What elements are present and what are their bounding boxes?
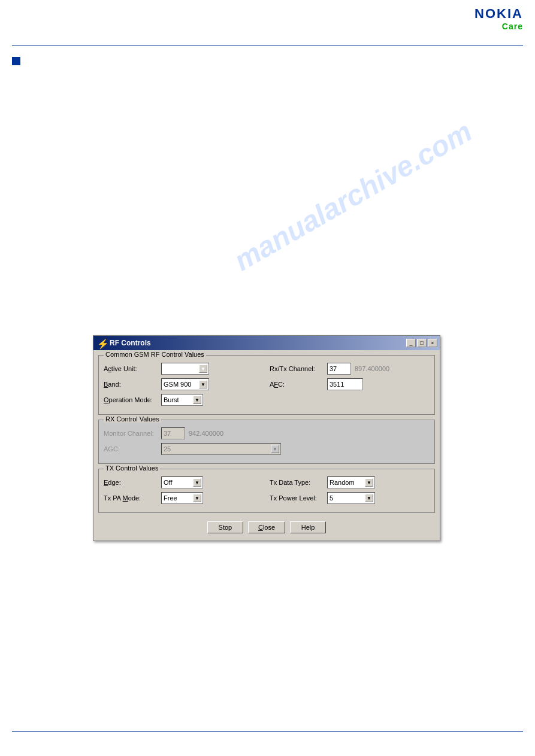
dialog-app-icon: ⚡ (97, 338, 107, 348)
tx-power-level-label: Tx Power Level: (270, 494, 324, 502)
button-row: Stop CCloselose Help (98, 518, 435, 536)
common-gsm-label: Common GSM RF Control Values (104, 351, 206, 358)
common-gsm-two-col: Active Unit: Tx ▼ Band: (104, 363, 430, 409)
tx-pa-mode-label: Tx PA Mode: (104, 494, 158, 502)
edge-arrow[interactable]: ▼ (193, 478, 201, 487)
tx-control-group: TX Control Values Edge: Off ▼ (98, 469, 435, 513)
dialog-title-buttons: _ □ × (406, 339, 437, 347)
common-gsm-group: Common GSM RF Control Values Active Unit… (98, 355, 435, 415)
footer-divider (12, 731, 523, 732)
active-unit-arrow[interactable]: ▼ (199, 365, 207, 373)
rxtx-channel-label: Rx/Tx Channel: (270, 365, 324, 372)
tx-left-col: Edge: Off ▼ Tx PA Mode: (104, 476, 264, 508)
tx-power-level-row: Tx Power Level: 5 ▼ (270, 492, 430, 504)
header: NOKIA Care (0, 0, 535, 48)
maximize-button[interactable]: □ (417, 339, 427, 347)
agc-arrow: ▼ (271, 445, 279, 453)
rf-controls-dialog: ⚡ RF Controls _ □ × Common GSM RF Contro… (93, 335, 440, 541)
band-dropdown[interactable]: GSM 900 ▼ (161, 378, 209, 390)
dialog-title-text: RF Controls (110, 339, 151, 347)
band-label: Band: (104, 381, 158, 388)
nokia-logo: NOKIA Care (474, 6, 523, 31)
tx-right-col: Tx Data Type: Random ▼ Tx Power Level: 5 (270, 476, 430, 508)
afc-label: AFC: (270, 381, 324, 388)
tx-control-content: Edge: Off ▼ Tx PA Mode: (104, 476, 430, 508)
tx-pa-mode-arrow[interactable]: ▼ (193, 494, 201, 502)
dialog-titlebar: ⚡ RF Controls _ □ × (93, 336, 440, 350)
agc-label: AGC: (104, 445, 158, 453)
tx-control-label: TX Control Values (104, 464, 160, 472)
tx-data-type-label: Tx Data Type: (270, 479, 324, 486)
close-dialog-button[interactable]: CCloselose (248, 521, 285, 533)
common-right-col: Rx/Tx Channel: 897.400000 AFC: (270, 363, 430, 409)
stop-button[interactable]: Stop (207, 521, 243, 533)
minimize-button[interactable]: _ (406, 339, 416, 347)
watermark: manualarchive.com (228, 115, 477, 278)
dialog-title-left: ⚡ RF Controls (97, 338, 151, 348)
common-left-col: Active Unit: Tx ▼ Band: (104, 363, 264, 409)
afc-row: AFC: (270, 378, 430, 390)
nokia-brand-text: NOKIA (474, 6, 523, 22)
agc-dropdown: 25 ▼ (161, 443, 281, 455)
help-button[interactable]: Help (290, 521, 326, 533)
monitor-channel-label: Monitor Channel: (104, 430, 158, 437)
band-arrow[interactable]: ▼ (199, 380, 207, 388)
edge-dropdown[interactable]: Off ▼ (161, 476, 203, 488)
tx-pa-mode-row: Tx PA Mode: Free ▼ (104, 492, 264, 504)
tx-data-type-dropdown[interactable]: Random ▼ (327, 476, 375, 488)
afc-input[interactable] (327, 378, 363, 390)
edge-row: Edge: Off ▼ (104, 476, 264, 488)
operation-mode-row: Operation Mode: Burst ▼ (104, 394, 264, 406)
active-unit-label: Active Unit: (104, 365, 158, 372)
common-gsm-content: Active Unit: Tx ▼ Band: (104, 363, 430, 409)
tx-data-type-arrow[interactable]: ▼ (365, 478, 373, 487)
operation-mode-label: Operation Mode: (104, 396, 158, 403)
section-marker (12, 57, 20, 65)
monitor-channel-input (161, 427, 185, 439)
operation-mode-dropdown[interactable]: Burst ▼ (161, 394, 203, 406)
monitor-channel-row: Monitor Channel: 942.400000 (104, 427, 430, 439)
tx-power-level-dropdown[interactable]: 5 ▼ (327, 492, 375, 504)
rxtx-channel-row: Rx/Tx Channel: 897.400000 (270, 363, 430, 375)
rxtx-channel-input[interactable] (327, 363, 351, 375)
rxtx-freq-text: 897.400000 (355, 365, 389, 372)
rx-control-label: RX Control Values (104, 415, 161, 423)
active-unit-dropdown[interactable]: Tx ▼ (161, 363, 209, 375)
tx-power-level-arrow[interactable]: ▼ (365, 494, 373, 502)
header-divider (12, 45, 523, 45)
close-button[interactable]: × (428, 339, 437, 347)
rx-control-content: Monitor Channel: 942.400000 AGC: 25 ▼ (104, 427, 430, 455)
rx-control-group: RX Control Values Monitor Channel: 942.4… (98, 420, 435, 464)
tx-two-col: Edge: Off ▼ Tx PA Mode: (104, 476, 430, 508)
band-row: Band: GSM 900 ▼ (104, 378, 264, 390)
agc-row: AGC: 25 ▼ (104, 443, 430, 455)
edge-label: Edge: (104, 479, 158, 486)
active-unit-row: Active Unit: Tx ▼ (104, 363, 264, 375)
tx-pa-mode-dropdown[interactable]: Free ▼ (161, 492, 203, 504)
dialog-content: Common GSM RF Control Values Active Unit… (93, 350, 440, 541)
tx-data-type-row: Tx Data Type: Random ▼ (270, 476, 430, 488)
operation-mode-arrow[interactable]: ▼ (193, 396, 201, 404)
monitor-freq-text: 942.400000 (189, 430, 223, 437)
care-brand-text: Care (502, 22, 523, 31)
